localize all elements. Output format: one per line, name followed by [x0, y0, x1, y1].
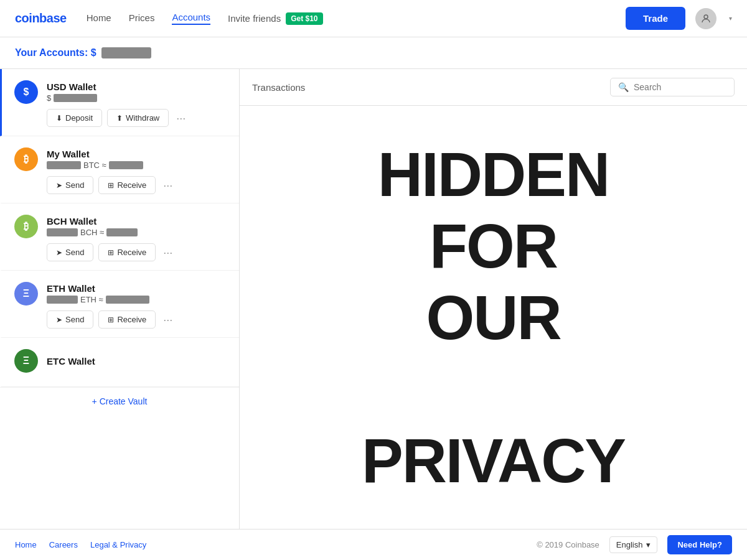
eth-usd	[106, 296, 149, 304]
footer-links: Home Careers Legal & Privacy	[15, 540, 146, 549]
navbar-right: Trade ▾	[626, 7, 732, 30]
bch-send-button[interactable]: ➤ Send	[47, 243, 93, 261]
wallet-item-bch[interactable]: ₿ BCH Wallet BCH ≈ ➤ Send	[0, 203, 239, 271]
search-input[interactable]	[634, 82, 726, 92]
bch-receive-icon: ⊞	[108, 248, 114, 257]
usd-actions: ⬇ Deposit ⬆ Withdraw ···	[14, 109, 227, 127]
eth-wallet-name: ETH Wallet	[47, 283, 227, 294]
search-box[interactable]: 🔍	[610, 78, 735, 96]
wallet-more-usd[interactable]: ···	[176, 113, 186, 124]
navbar: coinbase Home Prices Accounts Invite fri…	[0, 0, 747, 37]
nav-accounts[interactable]: Accounts	[172, 12, 210, 25]
btc-info: My Wallet BTC ≈	[47, 149, 227, 170]
eth-icon: Ξ	[14, 282, 38, 306]
footer-right: © 2019 Coinbase English ▾ Need Help?	[537, 535, 732, 554]
btc-amount	[47, 161, 81, 169]
nav-prices[interactable]: Prices	[129, 12, 155, 24]
privacy-overlay: HIDDENFOROURPRIVACY	[240, 106, 747, 529]
nav-links: Home Prices Accounts Invite friends Get …	[87, 12, 323, 25]
trade-button[interactable]: Trade	[626, 7, 685, 30]
eth-receive-icon: ⊞	[108, 315, 114, 324]
eth-actions: ➤ Send ⊞ Receive ···	[14, 310, 227, 329]
wallet-row-etc: Ξ ETC Wallet	[14, 349, 227, 373]
bch-wallet-name: BCH Wallet	[47, 216, 227, 226]
footer: Home Careers Legal & Privacy © 2019 Coin…	[0, 529, 747, 560]
main-wrapper: Your Accounts: $ $ USD Wallet $	[0, 37, 747, 529]
etc-icon: Ξ	[14, 349, 38, 373]
wallet-row-btc: ₿ My Wallet BTC ≈	[14, 147, 227, 171]
eth-balance: ETH ≈	[47, 295, 227, 304]
wallet-item-btc[interactable]: ₿ My Wallet BTC ≈ ➤ Send	[0, 136, 239, 203]
nav-home[interactable]: Home	[87, 12, 111, 24]
footer-legal[interactable]: Legal & Privacy	[90, 540, 146, 549]
eth-info: ETH Wallet ETH ≈	[47, 283, 227, 304]
withdraw-icon: ⬆	[116, 114, 123, 123]
withdraw-button[interactable]: ⬆ Withdraw	[107, 109, 169, 127]
accounts-header: Your Accounts: $	[0, 37, 747, 69]
wallet-more-eth[interactable]: ···	[163, 314, 172, 325]
language-label: English	[616, 540, 643, 549]
chevron-down-icon: ▾	[646, 540, 651, 549]
create-vault-button[interactable]: + Create Vault	[0, 387, 239, 415]
deposit-icon: ⬇	[56, 114, 62, 123]
content-area: $ USD Wallet $ ⬇ Deposit	[0, 69, 747, 529]
transactions-header: Transactions 🔍	[240, 69, 747, 106]
copyright: © 2019 Coinbase	[537, 540, 599, 549]
bch-icon: ₿	[14, 215, 38, 238]
svg-point-0	[704, 15, 708, 19]
language-selector[interactable]: English ▾	[609, 536, 658, 553]
accounts-title: Your Accounts: $	[15, 47, 96, 58]
balance-hidden	[101, 47, 151, 58]
bch-amount	[47, 228, 78, 236]
btc-send-button[interactable]: ➤ Send	[47, 176, 93, 194]
usd-info: USD Wallet $	[47, 82, 227, 103]
usd-wallet-name: USD Wallet	[47, 82, 227, 92]
get10-badge[interactable]: Get $10	[286, 12, 322, 25]
invite-friends[interactable]: Invite friends Get $10	[228, 12, 322, 25]
wallet-row-usd: $ USD Wallet $	[14, 80, 227, 104]
usd-balance: $	[47, 93, 227, 103]
eth-receive-button[interactable]: ⊞ Receive	[98, 310, 156, 329]
wallet-item-eth[interactable]: Ξ ETH Wallet ETH ≈ ➤ Send	[0, 271, 239, 338]
chevron-down-icon: ▾	[729, 15, 732, 22]
bch-send-icon: ➤	[56, 248, 62, 257]
btc-receive-button[interactable]: ⊞ Receive	[98, 176, 156, 194]
wallet-row-eth: Ξ ETH Wallet ETH ≈	[14, 282, 227, 306]
transactions-title: Transactions	[252, 82, 305, 93]
btc-wallet-name: My Wallet	[47, 149, 227, 159]
wallet-more-btc[interactable]: ···	[163, 180, 172, 191]
btc-balance: BTC ≈	[47, 161, 227, 170]
send-icon: ➤	[56, 181, 62, 190]
privacy-text: HIDDENFOROURPRIVACY	[362, 139, 625, 497]
eth-amount	[47, 296, 78, 304]
footer-home[interactable]: Home	[15, 540, 37, 549]
footer-careers[interactable]: Careers	[49, 540, 78, 549]
bch-info: BCH Wallet BCH ≈	[47, 216, 227, 237]
usd-icon: $	[14, 80, 38, 104]
bch-usd	[106, 228, 138, 236]
eth-send-icon: ➤	[56, 315, 62, 324]
etc-wallet-name: ETC Wallet	[47, 356, 227, 366]
wallet-list: $ USD Wallet $ ⬇ Deposit	[0, 69, 240, 529]
wallet-item-usd[interactable]: $ USD Wallet $ ⬇ Deposit	[0, 69, 239, 136]
wallet-item-etc[interactable]: Ξ ETC Wallet	[0, 338, 239, 387]
deposit-button[interactable]: ⬇ Deposit	[47, 109, 102, 127]
bch-balance: BCH ≈	[47, 228, 227, 237]
usd-balance-amount	[54, 94, 97, 102]
search-icon: 🔍	[618, 82, 629, 92]
bch-receive-button[interactable]: ⊞ Receive	[98, 243, 156, 261]
logo[interactable]: coinbase	[15, 11, 67, 26]
btc-usd	[109, 161, 143, 169]
receive-icon: ⊞	[108, 181, 114, 190]
btc-icon: ₿	[14, 147, 38, 171]
need-help-button[interactable]: Need Help?	[667, 535, 732, 554]
etc-info: ETC Wallet	[47, 356, 227, 366]
eth-send-button[interactable]: ➤ Send	[47, 310, 93, 329]
wallet-more-bch[interactable]: ···	[163, 247, 172, 258]
transactions-panel: Transactions 🔍 HIDDENFOROURPRIVACY	[240, 69, 747, 529]
bch-actions: ➤ Send ⊞ Receive ···	[14, 243, 227, 261]
btc-actions: ➤ Send ⊞ Receive ···	[14, 176, 227, 194]
avatar[interactable]	[695, 8, 716, 29]
wallet-row-bch: ₿ BCH Wallet BCH ≈	[14, 215, 227, 238]
